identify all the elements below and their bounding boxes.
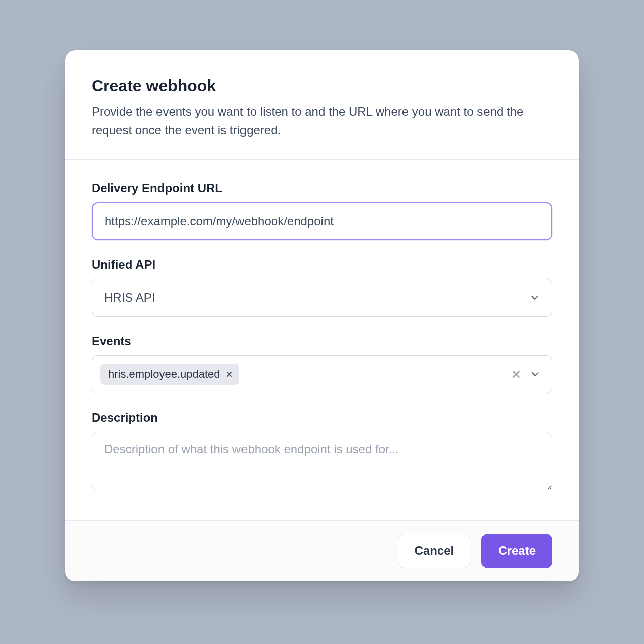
events-label: Events (92, 334, 552, 348)
cancel-button[interactable]: Cancel (398, 534, 471, 568)
modal-footer: Cancel Create (65, 520, 579, 581)
clear-all-icon[interactable] (511, 369, 522, 380)
unified-api-label: Unified API (92, 258, 552, 272)
description-label: Description (92, 411, 552, 425)
unified-api-select-wrap: HRIS API (92, 279, 552, 317)
unified-api-selected-value: HRIS API (104, 291, 155, 305)
events-multiselect[interactable]: hris.employee.updated (92, 355, 552, 393)
modal-title: Create webhook (92, 76, 552, 95)
event-tag-label: hris.employee.updated (108, 368, 220, 381)
event-tag: hris.employee.updated (100, 364, 239, 385)
field-events: Events hris.employee.updated (92, 334, 552, 393)
description-textarea[interactable] (92, 432, 552, 490)
field-endpoint: Delivery Endpoint URL (92, 181, 552, 240)
endpoint-input[interactable] (92, 202, 552, 240)
modal-header: Create webhook Provide the events you wa… (65, 50, 579, 160)
create-webhook-modal: Create webhook Provide the events you wa… (65, 50, 579, 581)
remove-tag-icon[interactable] (225, 370, 233, 378)
modal-subtitle: Provide the events you want to listen to… (92, 102, 552, 139)
endpoint-label: Delivery Endpoint URL (92, 181, 552, 195)
field-unified-api: Unified API HRIS API (92, 258, 552, 317)
create-button[interactable]: Create (481, 534, 552, 568)
unified-api-select[interactable]: HRIS API (92, 279, 552, 317)
modal-body: Delivery Endpoint URL Unified API HRIS A… (65, 160, 579, 520)
chevron-down-icon[interactable] (530, 369, 541, 380)
field-description: Description (92, 411, 552, 492)
